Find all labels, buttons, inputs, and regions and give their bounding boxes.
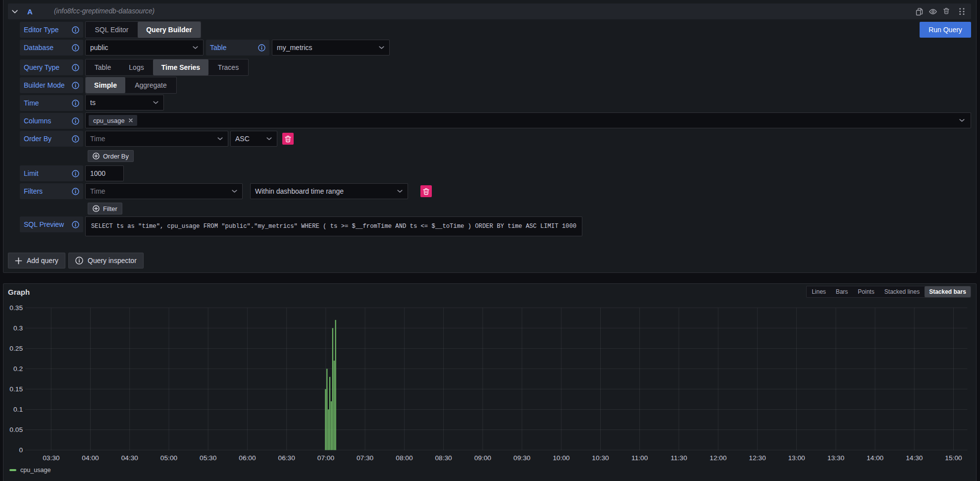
- svg-text:14:00: 14:00: [867, 454, 884, 462]
- svg-text:0.05: 0.05: [9, 426, 23, 433]
- svg-text:08:00: 08:00: [396, 454, 413, 462]
- svg-text:13:30: 13:30: [827, 454, 845, 462]
- svg-text:0: 0: [19, 446, 23, 454]
- svg-text:12:00: 12:00: [710, 454, 727, 462]
- svg-text:0.35: 0.35: [9, 304, 23, 312]
- svg-text:10:30: 10:30: [592, 454, 609, 462]
- svg-text:10:00: 10:00: [553, 454, 570, 462]
- svg-text:05:00: 05:00: [160, 454, 178, 462]
- svg-text:0.15: 0.15: [9, 385, 23, 393]
- svg-text:06:30: 06:30: [278, 454, 296, 462]
- svg-text:07:30: 07:30: [357, 454, 374, 462]
- svg-text:08:30: 08:30: [435, 454, 452, 462]
- svg-text:12:30: 12:30: [749, 454, 766, 462]
- svg-text:03:30: 03:30: [43, 454, 60, 462]
- svg-text:14:30: 14:30: [906, 454, 923, 462]
- svg-text:04:00: 04:00: [82, 454, 99, 462]
- svg-text:04:30: 04:30: [121, 454, 139, 462]
- svg-text:15:00: 15:00: [945, 454, 962, 462]
- svg-text:0.25: 0.25: [9, 345, 23, 352]
- svg-text:0.3: 0.3: [13, 324, 23, 332]
- svg-text:0.2: 0.2: [13, 365, 23, 373]
- svg-text:07:00: 07:00: [317, 454, 335, 462]
- svg-text:09:00: 09:00: [474, 454, 492, 462]
- svg-text:11:30: 11:30: [671, 454, 687, 462]
- svg-text:11:00: 11:00: [631, 454, 648, 462]
- svg-text:05:30: 05:30: [200, 454, 217, 462]
- svg-text:0.1: 0.1: [13, 406, 23, 413]
- svg-text:06:00: 06:00: [239, 454, 256, 462]
- svg-text:09:30: 09:30: [514, 454, 531, 462]
- svg-text:13:00: 13:00: [788, 454, 805, 462]
